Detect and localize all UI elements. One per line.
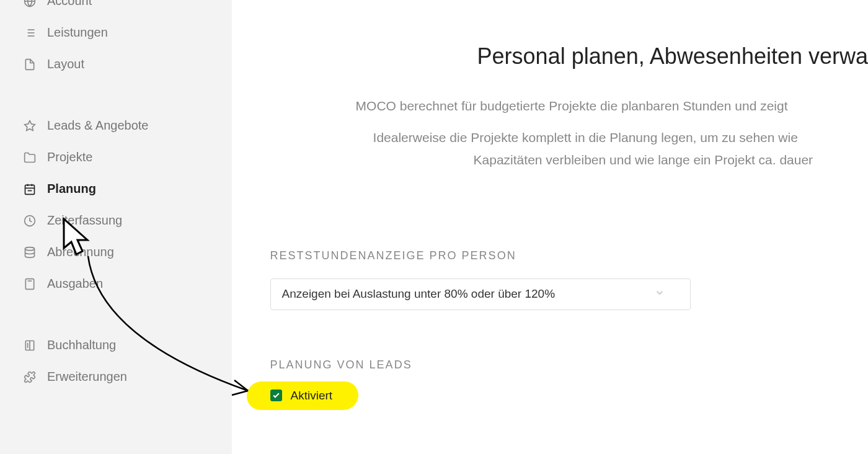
sidebar-item-label: Ausgaben [47, 277, 103, 291]
reststunden-select[interactable]: Anzeigen bei Auslastung unter 80% oder ü… [270, 278, 691, 310]
svg-marker-8 [25, 120, 35, 130]
aktiviert-checkbox[interactable] [270, 389, 282, 401]
sidebar-item-label: Leistungen [47, 25, 108, 40]
sidebar-item-label: Erweiterungen [47, 370, 127, 384]
lead-paragraph-2: Idealerweise die Projekte komplett in di… [373, 127, 868, 149]
sidebar-item-label: Layout [47, 57, 84, 71]
select-value: Anzeigen bei Auslastung unter 80% oder ü… [282, 287, 555, 301]
list-icon [24, 27, 36, 39]
calculator-icon [24, 278, 36, 290]
database-icon [24, 246, 36, 259]
leads-checkbox-row: Aktiviert [270, 389, 868, 403]
sidebar-item-erweiterungen[interactable]: Erweiterungen [0, 361, 232, 393]
sidebar: Account Leistungen Layout Leads & Angebo… [0, 0, 232, 454]
globe-icon [24, 0, 36, 7]
sidebar-item-label: Account [47, 0, 92, 8]
clock-icon [24, 215, 36, 227]
book-icon [24, 339, 36, 352]
sidebar-item-projekte[interactable]: Projekte [0, 141, 232, 173]
section-label-reststunden: Reststundenanzeige pro Person [270, 249, 868, 262]
sidebar-item-label: Buchhaltung [47, 338, 116, 352]
sidebar-item-label: Planung [47, 182, 96, 196]
sidebar-item-buchhaltung[interactable]: Buchhaltung [0, 329, 232, 361]
sidebar-item-ausgaben[interactable]: Ausgaben [0, 268, 232, 300]
reststunden-select-wrap: Anzeigen bei Auslastung unter 80% oder ü… [270, 278, 691, 310]
svg-rect-9 [25, 185, 35, 194]
sidebar-item-layout[interactable]: Layout [0, 48, 232, 80]
lead-paragraph-1: MOCO berechnet für budgetierte Projekte … [356, 96, 868, 117]
folder-icon [24, 151, 36, 164]
sidebar-item-label: Projekte [47, 150, 92, 164]
sidebar-item-label: Leads & Angebote [47, 118, 148, 133]
sidebar-item-account[interactable]: Account [0, 0, 232, 17]
puzzle-icon [24, 371, 36, 383]
calendar-icon [24, 183, 36, 195]
sidebar-item-leads[interactable]: Leads & Angebote [0, 110, 232, 141]
sidebar-item-planung[interactable]: Planung [0, 173, 232, 205]
checkbox-label: Aktiviert [291, 389, 333, 403]
page-title: Personal planen, Abwesenheiten verwa [477, 43, 868, 69]
section-label-leads: Planung von Leads [270, 358, 868, 372]
main-content: Personal planen, Abwesenheiten verwa MOC… [232, 0, 868, 454]
sidebar-item-zeiterfassung[interactable]: Zeiterfassung [0, 205, 232, 236]
star-icon [24, 120, 36, 132]
file-icon [24, 58, 36, 71]
sidebar-item-label: Abrechnung [47, 245, 114, 259]
lead-paragraph-3: Kapazitäten verbleiben und wie lange ein… [474, 149, 868, 171]
sidebar-item-label: Zeiterfassung [47, 213, 122, 228]
chevron-down-icon [654, 287, 665, 301]
svg-point-15 [25, 247, 35, 250]
sidebar-item-abrechnung[interactable]: Abrechnung [0, 236, 232, 268]
sidebar-item-leistungen[interactable]: Leistungen [0, 17, 232, 48]
